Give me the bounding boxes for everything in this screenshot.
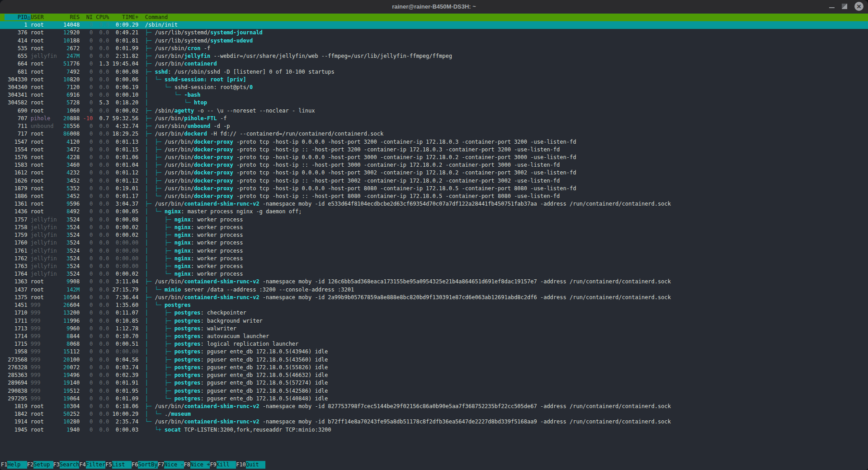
process-row[interactable]: 304330 root 10820 0 0.0 0:00.06 │ └─ ssh… (0, 76, 868, 84)
fnkey-f3-search[interactable]: F3Search (53, 461, 80, 469)
gap (28, 193, 31, 199)
time-cell: 0:01.06 (109, 154, 138, 160)
fnkey-f1-help[interactable]: F1Help (1, 461, 27, 469)
process-row[interactable]: 1 root 14048 0 0.0 0:09.29 /sbin/init (0, 21, 868, 29)
tree-branch: │ ├─ (145, 380, 175, 386)
process-row[interactable]: 276328 999 20072 0 0.0 0:03.74 │ ├─ post… (0, 364, 868, 371)
gap (28, 162, 31, 168)
fnkey-f8-nice-[interactable]: F8Nice + (184, 461, 210, 469)
tree-branch: ├─ (145, 123, 155, 129)
process-row[interactable]: 535 root 2672 0 0.0 0:01.99 ├─ /usr/sbin… (0, 45, 868, 52)
res-cell: 4 (60, 139, 70, 145)
process-row[interactable]: 1886 root 3452 0 0.0 0:01.17 │ └─ /usr/b… (0, 193, 868, 200)
fnkey-number: F1 (1, 461, 7, 469)
process-row[interactable]: 690 root 1060 0 0.0 0:00.02 ├─ /sbin/age… (0, 107, 868, 115)
process-row[interactable]: 711 unbound 28556 0 0.0 4:32.74 ├─ /usr/… (0, 122, 868, 130)
process-row[interactable]: 304341 root 6916 0 0.0 0:00.10 │ └─ -bas… (0, 91, 868, 99)
process-row[interactable]: 285363 999 19496 0 0.0 0:02.39 │ ├─ post… (0, 371, 868, 379)
fnkey-f2-setup[interactable]: F2Setup (27, 461, 53, 469)
user-cell: root (31, 411, 60, 417)
process-row[interactable]: 681 root 7492 0 0.0 0:00.08 ├─ sshd: /us… (0, 68, 868, 76)
process-row[interactable]: 1547 root 4120 0 0.0 0:01.13 │ ├─ /usr/b… (0, 138, 868, 146)
process-row[interactable]: 304340 root 7120 0 0.0 0:06.19 │ └─ sshd… (0, 84, 868, 91)
fnkey-f9-kill[interactable]: F9Kill (210, 461, 236, 469)
column-header-command[interactable]: Command (138, 14, 168, 20)
process-row[interactable]: 1713 999 9960 0 0.0 1:12.78 │ ├─ postgre… (0, 325, 868, 333)
process-row[interactable]: 1761 jellyfin 3524 0 0.0 0:00.00 │ ├─ ng… (0, 247, 868, 255)
process-row[interactable]: 1762 jellyfin 3524 0 0.0 0:00.00 │ ├─ ng… (0, 255, 868, 263)
process-row[interactable]: 1914 root 10280 0 0.0 2:35.74 └─ /usr/bi… (0, 418, 868, 426)
column-header-nice[interactable]: NI (80, 14, 93, 20)
gap (28, 115, 31, 122)
nice-cell: -10 (80, 115, 93, 122)
process-row[interactable]: 1757 jellyfin 3524 0 0.0 0:00.08 │ ├─ ng… (0, 216, 868, 224)
fnkey-f7-nice-[interactable]: F7Nice - (158, 461, 184, 469)
process-name: docker-proxy (194, 162, 233, 168)
cpu-cell: 0.0 (93, 108, 109, 114)
restore-button[interactable] (842, 4, 847, 9)
res-cell: 20 (60, 364, 70, 371)
column-header-res[interactable]: RES (60, 14, 80, 20)
column-header-time[interactable]: TIME+ (109, 14, 138, 20)
process-row[interactable]: 1715 999 8068 0 0.0 0:00.51 │ ├─ postgre… (0, 340, 868, 348)
fnkey-number: F5 (105, 461, 112, 469)
process-row[interactable]: 1361 root 9596 0 0.0 3:04.37 ├─ /usr/bin… (0, 200, 868, 208)
process-row[interactable]: 1576 root 4228 0 0.0 0:01.06 │ ├─ /usr/b… (0, 154, 868, 161)
process-row[interactable]: 1760 jellyfin 3524 0 0.0 0:00.00 │ ├─ ng… (0, 239, 868, 247)
process-row[interactable]: 414 root 10188 0 0.0 0:01.81 ├─ /usr/lib… (0, 37, 868, 45)
gap (138, 185, 145, 192)
fnkey-f10-quit[interactable]: F10Quit (236, 461, 265, 469)
process-row[interactable]: 297295 999 19064 0 0.0 0:01.09 │ └─ post… (0, 395, 868, 403)
gap (28, 154, 31, 160)
process-row[interactable]: 1626 root 3452 0 0.0 0:01.12 │ ├─ /usr/b… (0, 177, 868, 185)
process-row[interactable]: 1758 jellyfin 3524 0 0.0 0:00.02 │ ├─ ng… (0, 224, 868, 231)
process-row[interactable]: 1711 999 11996 0 0.0 0:10.85 │ ├─ postgr… (0, 317, 868, 325)
column-header-pid[interactable]: PID△ (5, 14, 31, 20)
process-row[interactable]: 1583 root 3460 0 0.0 0:01.04 │ ├─ /usr/b… (0, 161, 868, 169)
process-row[interactable]: 290838 999 19512 0 0.0 0:01.95 │ ├─ post… (0, 387, 868, 395)
process-row[interactable]: 273568 999 20100 0 0.0 0:04.56 │ ├─ post… (0, 356, 868, 364)
process-row[interactable]: 1612 root 4232 0 0.0 0:01.12 │ ├─ /usr/b… (0, 169, 868, 177)
process-row[interactable]: 1958 999 15112 0 0.0 0:00.00 │ ├─ postgr… (0, 348, 868, 356)
close-button[interactable]: ✕ (854, 2, 863, 11)
process-row[interactable]: 1554 root 3472 0 0.0 0:01.15 │ ├─ /usr/b… (0, 146, 868, 154)
process-row[interactable]: 1375 root 10504 0 0.0 7:36.44 ├─ /usr/bi… (0, 294, 868, 301)
gap (28, 388, 31, 394)
gap (138, 232, 145, 238)
process-name: jellyfin (184, 53, 210, 59)
process-row[interactable]: 1714 999 8844 0 0.0 0:10.70 │ ├─ postgre… (0, 333, 868, 340)
process-row[interactable]: 707 pihole 20888 -10 0.7 59:32.56 ├─ /us… (0, 115, 868, 122)
process-row[interactable]: 1436 root 8492 0 0.0 0:00.05 │ └─ nginx:… (0, 208, 868, 216)
process-row[interactable]: 1763 jellyfin 3524 0 0.0 0:00.00 │ ├─ ng… (0, 263, 868, 270)
process-row[interactable]: 1451 999 26604 0 0.0 1:35.60 │ └─ postgr… (0, 301, 868, 309)
process-row[interactable]: 664 root 51776 0 1.3 19:45.04 ├─ /usr/bi… (0, 60, 868, 68)
process-row[interactable]: 1764 jellyfin 3524 0 0.0 0:00.02 │ └─ ng… (0, 270, 868, 278)
process-row[interactable]: 717 root 86008 0 0.0 18:29.25 ├─ /usr/bi… (0, 130, 868, 138)
command-text: TCP-LISTEN:3200,fork,reuseaddr TCP:minio… (181, 427, 331, 433)
pid-cell: 1583 (5, 162, 28, 168)
time-cell: 19:45.04 (109, 61, 138, 67)
process-row[interactable]: 1842 root 50252 0 0.0 10:00.29 │ └─ ./mu… (0, 410, 868, 418)
process-row[interactable]: 1437 root 142M 0 0.0 27:15.79 │ └─ minio… (0, 286, 868, 294)
process-row[interactable]: 1710 999 13200 0 0.0 0:11.07 │ ├─ postgr… (0, 309, 868, 317)
process-row[interactable]: 655 jellyfin 247M 0 0.0 2:31.82 ├─ /usr/… (0, 52, 868, 60)
minimize-button[interactable] (829, 7, 835, 8)
fnkey-f4-filter[interactable]: F4Filter (79, 461, 105, 469)
fnkey-f5-list[interactable]: F5List (105, 461, 132, 469)
process-row[interactable]: 1363 root 9908 0 0.0 3:11.04 ├─ /usr/bin… (0, 278, 868, 286)
column-header-user[interactable]: USER (31, 14, 60, 20)
fnkey-number: F3 (53, 461, 60, 469)
column-header-cpu[interactable]: CPU% (93, 14, 109, 20)
process-row[interactable]: 1945 root 1940 0 0.0 0:00.03 └+ socat TC… (0, 426, 868, 434)
process-row[interactable]: 1759 jellyfin 3524 0 0.0 0:00.02 │ ├─ ng… (0, 231, 868, 239)
process-row[interactable]: 289694 999 19140 0 0.0 0:01.91 │ ├─ post… (0, 379, 868, 387)
command-text: -f (217, 115, 227, 122)
fnkey-f6-sortby[interactable]: F6SortBy (132, 461, 158, 469)
cpu-cell: 0.0 (93, 208, 109, 215)
process-row[interactable]: 1879 root 5352 0 0.0 0:19.01 │ ├─ /usr/b… (0, 185, 868, 193)
gap (138, 302, 145, 308)
process-name: docker-proxy (194, 139, 233, 145)
process-row[interactable]: 304582 root 5728 0 5.3 0:18.20 │ └─ htop (0, 99, 868, 107)
process-row[interactable]: 376 root 12920 0 0.0 0:49.21 ├─ /usr/lib… (0, 29, 868, 37)
process-row[interactable]: 1819 root 10304 0 0.0 6:18.06 ├─ /usr/bi… (0, 403, 868, 410)
